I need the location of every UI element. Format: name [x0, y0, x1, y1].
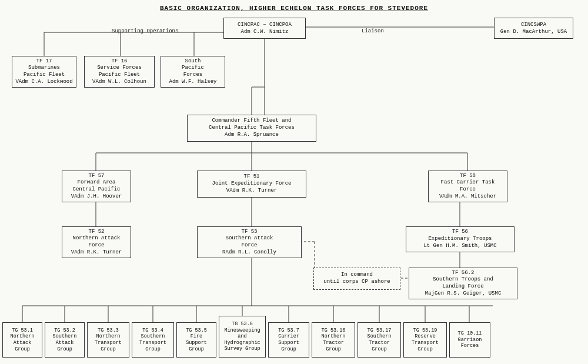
cincswpa-box: CINCSWPAGen D. MacArthur, USA	[494, 18, 573, 39]
incommand-box: In commanduntil corps CP ashore	[313, 268, 400, 290]
tf53-label: TF 53Southern AttackForceRAdm R.L. Conol…	[222, 229, 276, 256]
tg531-box: TG 53.1NorthernAttackGroup	[2, 322, 42, 358]
title-prefix: BASIC ORGANIZATION, HIGHER ECHELON TASK …	[160, 5, 388, 12]
tf17-box: TF 17SubmarinesPacific FleetVAdm C.A. Lo…	[12, 56, 76, 88]
tf56-label: TF 56Expeditionary TroopsLt Gen H.M. Smi…	[423, 229, 496, 249]
chart-title: BASIC ORGANIZATION, HIGHER ECHELON TASK …	[2, 5, 586, 12]
tf58-box: TF 58Fast Carrier TaskForceVAdm M.A. Mit…	[428, 171, 507, 202]
tg536-label: TG 53.6MinesweepingandHydrographicSurvey…	[224, 321, 260, 352]
tg537-label: TG 53.7CarrierSupportGroup	[278, 328, 299, 353]
cincswpa-label: CINCSWPAGen D. MacArthur, USA	[500, 21, 567, 35]
tg532-box: TG 53.2SouthernAttackGroup	[45, 322, 85, 358]
tg1011-label: TG 10.11GarrisonForces	[458, 330, 482, 349]
tf16-box: TF 16Service ForcesPacific FleetVAdm W.L…	[84, 56, 155, 88]
incommand-label: In commanduntil corps CP ashore	[323, 272, 390, 285]
svg-text:Supporting Operations: Supporting Operations	[112, 28, 178, 34]
southpac-box: SouthPacificForcesAdm W.F. Halsey	[161, 56, 225, 88]
tg5317-label: TG 53.17SouthernTractorGroup	[368, 328, 392, 353]
tg5319-box: TG 53.19ReserveTransportGroup	[403, 322, 447, 358]
comfifth-box: Commander Fifth Fleet andCentral Pacific…	[187, 115, 316, 142]
tg532-label: TG 53.2SouthernAttackGroup	[53, 328, 77, 353]
tf562-label: TF 56.2Southern Troops andLanding ForceM…	[425, 270, 502, 298]
tf52-label: TF 52Northern AttackForceVAdm R.K. Turne…	[71, 229, 122, 256]
comfifth-label: Commander Fifth Fleet andCentral Pacific…	[209, 118, 295, 138]
tf51-label: TF 51Joint Expeditionary ForceVAdm R.K. …	[212, 173, 291, 194]
tg534-box: TG 53.4SouthernTransportGroup	[132, 322, 174, 358]
tf53-box: TF 53Southern AttackForceRAdm R.L. Conol…	[197, 226, 302, 258]
tf16-label: TF 16Service ForcesPacific FleetVAdm W.L…	[92, 58, 146, 86]
tf56-box: TF 56Expeditionary TroopsLt Gen H.M. Smi…	[406, 226, 514, 252]
tf57-label: TF 57Forward AreaCentral PacificVAdm J.H…	[71, 173, 122, 201]
tg1011-box: TG 10.11GarrisonForces	[449, 322, 490, 358]
cincpac-box: CINCPAC – CINCPOAAdm C.W. Nimitz	[223, 18, 306, 39]
tf51-box: TF 51Joint Expeditionary ForceVAdm R.K. …	[197, 171, 306, 198]
tg5317-box: TG 53.17SouthernTractorGroup	[358, 322, 401, 358]
svg-text:Liaison: Liaison	[362, 28, 384, 34]
tg535-label: TG 53.5FireSupportGroup	[186, 328, 207, 353]
tg5319-label: TG 53.19ReserveTransportGroup	[412, 328, 439, 353]
chart-container: BASIC ORGANIZATION, HIGHER ECHELON TASK …	[0, 0, 588, 364]
tg537-box: TG 53.7CarrierSupportGroup	[268, 322, 309, 358]
tg534-label: TG 53.4SouthernTransportGroup	[139, 328, 166, 353]
tg533-label: TG 53.3NorthernTransportGroup	[95, 328, 122, 353]
tg531-label: TG 53.1NorthernAttackGroup	[11, 328, 35, 353]
tg535-box: TG 53.5FireSupportGroup	[176, 322, 216, 358]
cincpac-label: CINCPAC – CINCPOAAdm C.W. Nimitz	[238, 21, 292, 35]
tg533-box: TG 53.3NorthernTransportGroup	[87, 322, 129, 358]
tf562-box: TF 56.2Southern Troops andLanding ForceM…	[409, 268, 517, 299]
southpac-label: SouthPacificForcesAdm W.F. Halsey	[169, 58, 216, 86]
tg5316-box: TG 53.16NorthernTractorGroup	[312, 322, 355, 358]
tf17-label: TF 17SubmarinesPacific FleetVAdm C.A. Lo…	[15, 58, 72, 86]
tf57-box: TF 57Forward AreaCentral PacificVAdm J.H…	[62, 171, 131, 202]
tg5316-label: TG 53.16NorthernTractorGroup	[322, 328, 346, 353]
tg536-box: TG 53.6MinesweepingandHydrographicSurvey…	[219, 316, 266, 358]
tf58-label: TF 58Fast Carrier TaskForceVAdm M.A. Mit…	[439, 173, 496, 201]
tf52-box: TF 52Northern AttackForceVAdm R.K. Turne…	[62, 226, 131, 258]
title-underlined: STEVEDORE	[388, 5, 428, 12]
